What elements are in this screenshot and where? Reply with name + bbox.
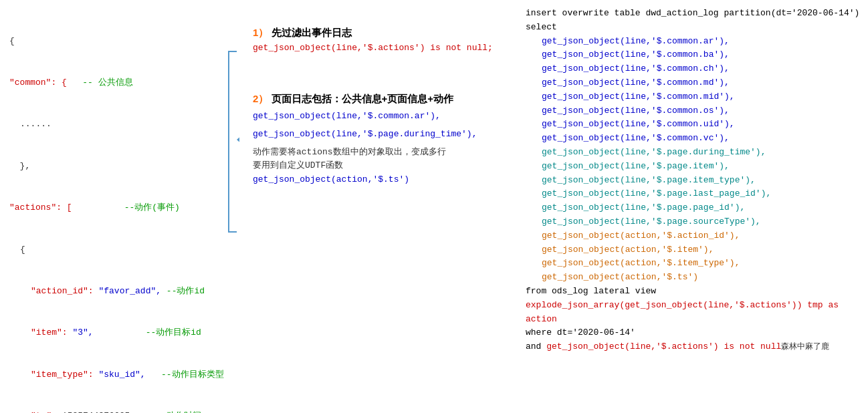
sql-line-action-item-type: get_json_object(action,'$.item_type'), xyxy=(526,257,861,271)
sql-line-and: and get_json_object(line,'$.actions') is… xyxy=(526,340,861,354)
sql-line-1: insert overwrite table dwd_action_log pa… xyxy=(526,7,861,21)
step2-line1: get_json_object(line,'$.common.ar'), xyxy=(253,110,510,124)
sql-line-source: get_json_object(line,'$.page.sourceType'… xyxy=(526,215,861,229)
right-panel: insert overwrite table dwd_action_log pa… xyxy=(522,0,868,413)
step2-line3: get_json_object(action,'$.ts') xyxy=(253,173,510,187)
sql-line-ch: get_json_object(line,'$.common.ch'), xyxy=(526,62,861,76)
step2-block: 2） 页面日志包括：公共信息+页面信息+动作 get_json_object(l… xyxy=(253,93,510,187)
line-ts-1: "ts": 1585744376605 --动作时间 xyxy=(9,410,234,413)
line-open-action1: { xyxy=(9,243,234,257)
line-item-1: "item": "3", --动作目标id xyxy=(9,326,234,340)
sql-line-ba: get_json_object(line,'$.common.ba'), xyxy=(526,48,861,62)
step2-plain1: 动作需要将actions数组中的对象取出，变成多行 xyxy=(253,146,510,160)
sql-line-during: get_json_object(line,'$.page.during_time… xyxy=(526,146,861,160)
sql-line-last-page: get_json_object(line,'$.page.last_page_i… xyxy=(526,187,861,201)
sql-line-from: from ods_log lateral view xyxy=(526,285,861,299)
step1-block: 1） 先过滤出事件日志 get_json_object(line,'$.acti… xyxy=(253,27,510,53)
step2-title: 2） 页面日志包括：公共信息+页面信息+动作 xyxy=(253,93,510,106)
step2-num: 2） xyxy=(253,93,268,104)
line-open-brace: { xyxy=(9,35,234,49)
step1-title: 1） 先过滤出事件日志 xyxy=(253,27,510,39)
step1-text: 先过滤出事件日志 xyxy=(272,27,352,38)
line-close-common: }, xyxy=(9,160,234,174)
sql-line-action-id: get_json_object(action,'$.action_id'), xyxy=(526,229,861,243)
svg-marker-0 xyxy=(237,135,239,144)
sql-line-action-item: get_json_object(action,'$.item'), xyxy=(526,243,861,257)
line-item-type-1: "item_type": "sku_id", --动作目标类型 xyxy=(9,368,234,382)
line-dots-1: ...... xyxy=(9,118,234,132)
sql-line-action-ts: get_json_object(action,'$.ts') xyxy=(526,271,861,285)
sql-line-uid: get_json_object(line,'$.common.uid'), xyxy=(526,118,861,132)
step2-line2: get_json_object(line,'$.page.during_time… xyxy=(253,128,510,142)
sql-line-page-id: get_json_object(line,'$.page.page_id'), xyxy=(526,201,861,215)
sql-line-md: get_json_object(line,'$.common.md'), xyxy=(526,76,861,90)
step1-code: get_json_object(line,'$.actions') is not… xyxy=(253,43,510,53)
json-code: { "common": { -- 公共信息 ...... }, "actions… xyxy=(9,7,234,413)
sql-line-page-item-type: get_json_object(line,'$.page.item_type')… xyxy=(526,174,861,188)
step2-text: 页面日志包括：公共信息+页面信息+动作 xyxy=(272,93,454,104)
left-panel: { "common": { -- 公共信息 ...... }, "actions… xyxy=(0,0,241,413)
sql-line-os: get_json_object(line,'$.common.os'), xyxy=(526,104,861,118)
line-actions: "actions": [ --动作(事件) xyxy=(9,201,234,215)
sql-line-where: where dt='2020-06-14' xyxy=(526,326,861,340)
sql-block: insert overwrite table dwd_action_log pa… xyxy=(526,7,861,354)
sql-line-mid: get_json_object(line,'$.common.mid'), xyxy=(526,90,861,104)
line-common: "common": { -- 公共信息 xyxy=(9,76,234,90)
line-action-id-1: "action_id": "favor_add", --动作id xyxy=(9,285,234,299)
sql-line-page-item: get_json_object(line,'$.page.item'), xyxy=(526,160,861,174)
step2-plain2: 要用到自定义UDTF函数 xyxy=(253,159,510,173)
sql-line-vc: get_json_object(line,'$.common.vc'), xyxy=(526,132,861,146)
sql-line-select: select xyxy=(526,21,861,35)
code-block-left: { "common": { -- 公共信息 ...... }, "actions… xyxy=(9,7,234,413)
sql-line-ar: get_json_object(line,'$.common.ar'), xyxy=(526,35,861,49)
middle-panel: 1） 先过滤出事件日志 get_json_object(line,'$.acti… xyxy=(241,0,522,413)
step1-num: 1） xyxy=(253,27,268,38)
bracket-svg xyxy=(223,48,239,235)
sql-line-explode: explode_json_array(get_json_object(line,… xyxy=(526,299,861,327)
